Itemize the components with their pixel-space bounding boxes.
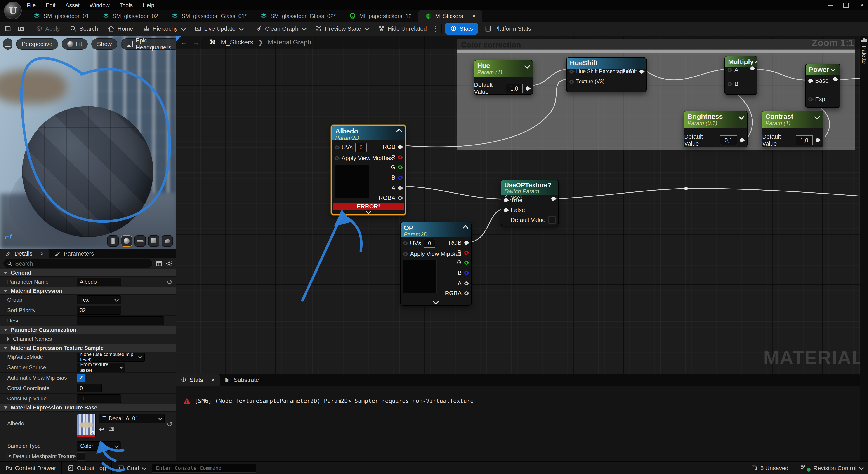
automatic-view-mip-bias-checkbox[interactable]: ✓ [77,373,86,382]
menu-edit[interactable]: Edit [46,2,55,8]
node-hue[interactable]: Hue Param (1) Default Value 1,0 [473,60,533,95]
breadcrumb-asset[interactable]: M_Stickers [221,39,253,46]
group-select[interactable]: Tex [77,295,121,304]
output-pin-b[interactable] [464,271,468,275]
texture-asset-select[interactable]: T_Decal_A_01 [99,414,164,423]
node-hueshift[interactable]: HueShift Hue Shift Percentage (S) Result… [566,57,647,92]
sphere-shape-button[interactable] [121,235,132,247]
preview-state-button[interactable]: Preview State [310,22,373,36]
output-pin-a[interactable] [398,186,402,190]
lit-mode-button[interactable]: Lit [62,38,88,50]
search-button[interactable]: Search [65,22,103,36]
node-albedo[interactable]: Albedo Param2D UVs 0 RGB Apply View MipB… [331,125,406,215]
material-graph-panel[interactable]: MATERIAL Color correction Hue Param (1) [176,36,868,461]
forward-arrow-icon[interactable]: → [192,38,200,47]
tab-sm-glassdoor-glass-01[interactable]: SM_glassdoor_Glass_01* [165,10,254,22]
input-pin[interactable] [403,252,407,256]
display-filter-grid-icon[interactable] [156,260,162,267]
output-pin-rgb[interactable] [398,145,402,149]
sort-priority-input[interactable] [77,306,121,314]
section-parameter-customization[interactable]: Parameter Customization [0,326,176,333]
input-pin[interactable] [727,82,732,86]
input-pin[interactable] [727,68,732,72]
node-contrast[interactable]: Contrast Param (1) Default Value 1,0 [762,111,823,147]
tab-sm-glassdoor-glass-02[interactable]: SM_glassdoor_Glass_02* [254,10,342,22]
default-value-field[interactable]: 0,1 [720,135,737,145]
cmd-button[interactable]: Cmd [112,462,151,474]
browse-to-asset-icon[interactable] [108,426,115,432]
cylinder-shape-button[interactable] [107,235,119,247]
input-pin[interactable] [569,80,574,84]
output-pin-g[interactable] [464,261,468,265]
tab-parameters[interactable]: Parameters [49,249,99,258]
input-pin[interactable] [808,97,812,101]
custom-mesh-button[interactable] [162,235,173,247]
viewport-menu-button[interactable] [3,38,12,50]
details-search-input[interactable] [15,260,149,267]
breadcrumb-page[interactable]: Material Graph [268,39,311,46]
output-pin[interactable] [815,138,819,142]
output-pin-rgba[interactable] [464,291,468,295]
sampler-type-select[interactable]: Color [77,441,121,450]
hide-unrelated-button[interactable]: Hide Unrelated [373,22,432,36]
tab-sm-glassdoor-01[interactable]: SM_glassdoor_01 [27,10,96,22]
input-pin[interactable] [335,156,339,160]
tab-mi-paperstickers-12[interactable]: √x MI_paperstickers_12 [342,10,418,22]
const-mip-value-input[interactable] [77,394,121,403]
output-pin-rgb[interactable] [464,241,468,245]
output-pin-a[interactable] [464,281,468,285]
section-general[interactable]: General [0,269,176,276]
output-pin[interactable] [740,138,744,142]
input-pin-false[interactable] [504,208,508,212]
input-pin[interactable] [569,70,574,74]
section-texture-sample[interactable]: Material Expression Texture Sample [0,344,176,351]
revision-control-button[interactable]: Revision Control [794,462,868,474]
gear-icon[interactable] [166,260,173,267]
tab-details[interactable]: Details × [0,249,49,258]
content-drawer-button[interactable]: Content Drawer [0,462,61,474]
save-button[interactable] [0,22,14,36]
input-pin[interactable] [808,79,812,83]
unreal-logo-icon[interactable]: U [4,2,22,20]
live-update-button[interactable]: Live Update [190,22,248,36]
cube-shape-button[interactable] [148,235,159,247]
output-pin[interactable] [833,77,837,81]
reroute-node[interactable] [684,187,688,190]
section-texture-base[interactable]: Material Expression Texture Base [0,404,176,411]
output-pin-r[interactable] [464,251,468,255]
is-default-meshpaint-checkbox[interactable] [77,452,86,461]
close-icon[interactable]: × [859,2,865,8]
apply-button[interactable]: Apply [31,22,65,36]
default-value-field[interactable]: 1,0 [796,135,813,145]
use-selected-asset-icon[interactable]: ↩ [99,426,104,433]
plane-shape-button[interactable] [134,235,146,247]
mip-value-mode-select[interactable]: None (use computed mip level) [77,352,145,362]
uvs-value-field[interactable]: 0 [355,143,367,152]
output-pin-r[interactable] [398,156,402,160]
palette-side-tab[interactable]: Palette [860,36,868,461]
reset-to-default-icon[interactable]: ↺ [167,278,173,286]
maximize-icon[interactable] [843,2,849,8]
node-brightness[interactable]: Brightness Param (0.1) Default Value 0,1 [684,111,747,147]
hierarchy-button[interactable]: Hierarchy [138,22,190,36]
output-pin-g[interactable] [398,165,402,169]
tab-m-stickers[interactable]: M_Stickers × [418,10,483,22]
output-pin-rgba[interactable] [398,196,402,200]
output-pin[interactable] [750,66,754,70]
menu-help[interactable]: Help [143,2,154,8]
node-use-op-texture[interactable]: UseOPTexture? Switch Param (False) True … [501,179,559,226]
menu-file[interactable]: File [27,2,36,8]
menu-asset[interactable]: Asset [65,2,80,8]
minimize-icon[interactable] [827,2,833,8]
output-pin[interactable] [551,197,555,201]
uvs-value-field[interactable]: 0 [424,239,435,248]
sampler-source-select[interactable]: From texture asset [77,363,125,372]
output-pin-b[interactable] [398,176,402,180]
texture-thumbnail[interactable]: VT [77,414,96,437]
node-multiply[interactable]: Multiply A B [724,56,757,95]
tab-stats[interactable]: Stats × [176,374,220,386]
section-material-expression[interactable]: Material Expression [0,287,176,295]
output-pin[interactable] [526,87,530,91]
platform-stats-button[interactable]: Platform Stats [480,22,536,36]
default-value-checkbox[interactable] [548,216,556,224]
